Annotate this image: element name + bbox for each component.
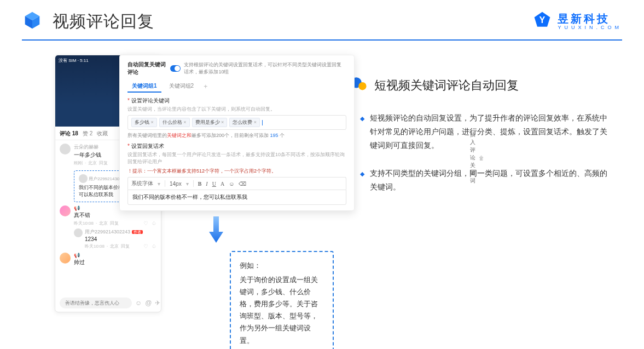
meta-time: 刚刚 <box>74 160 83 166</box>
keyword-tag[interactable]: 多少钱 <box>131 118 157 127</box>
settings-panel: 自动回复关键词评论 支持根据评论的关键词设置回复话术，可以针对不同类型关键词设置… <box>119 55 355 211</box>
editor-toolbar: 系统字体▾ 14px▾ B I U A ☺ ⌫ 插入评论关键词 🗑 <box>127 177 346 190</box>
comment-text: 真不错 <box>74 211 156 219</box>
brand-logo-icon: Y <box>532 10 552 32</box>
font-size-select[interactable]: 14px <box>170 181 182 187</box>
editor-body[interactable]: 我们不同的版本价格不一样，您可以私信联系我 <box>127 190 346 205</box>
emoji-button[interactable]: ☺ <box>229 181 234 187</box>
comment-input[interactable] <box>60 297 132 308</box>
insert-keyword-button[interactable]: 插入评论关键词 <box>470 131 475 185</box>
brand-logo-block: Y 昱新科技 YUUXIN.COM <box>532 10 622 32</box>
avatar <box>79 174 88 183</box>
meta-loc: 北京 <box>88 160 97 166</box>
input-caret <box>262 120 263 125</box>
dislike-icon[interactable]: ♤ <box>152 243 156 249</box>
example-box: 例如： 关于询价的设置成一组关键词，多少钱、什么价格，费用多少等。关于咨询班型、… <box>230 251 334 349</box>
meta-reply[interactable]: 回复 <box>99 160 108 166</box>
keyword-input[interactable]: 多少钱 什么价格 费用是多少 怎么收费 <box>127 115 346 130</box>
auto-reply-switch[interactable] <box>170 65 181 72</box>
avatar <box>74 228 83 237</box>
italic-button[interactable]: I <box>206 181 207 187</box>
font-family-select[interactable]: 系统字体 <box>131 180 153 187</box>
meta-loc: 北京 <box>110 243 119 249</box>
example-title: 例如： <box>240 260 324 272</box>
char-limit-tip: ！提示：一个富文本框最多支持512个字符，一个汉字占用2个字符。 <box>127 168 346 175</box>
keyword-tag[interactable]: 什么价格 <box>159 118 190 127</box>
bold-button[interactable]: B <box>198 181 202 187</box>
section-keywords-title: 设置评论关键词 <box>127 97 346 105</box>
delete-button[interactable]: 🗑 <box>479 155 484 161</box>
comment-row: 📢 帅过 <box>60 253 156 266</box>
underline-button[interactable]: U <box>212 181 216 187</box>
heart-icon[interactable]: ♡ <box>143 220 148 226</box>
tab-fav[interactable]: 收藏 <box>97 130 108 138</box>
emoji-icon[interactable]: ☺ <box>135 299 142 307</box>
section-reply-hint: 设置回复话术，每回复一个用户评论只发送一条话术，最多支持设置10条不同话术，按添… <box>127 151 346 165</box>
keyword-group-tab-2[interactable]: 关键词组2 <box>165 81 199 93</box>
page-title: 视频评论回复 <box>53 10 154 33</box>
keyword-tag[interactable]: 怎么收费 <box>229 118 260 127</box>
heart-icon[interactable]: ♡ <box>143 243 148 249</box>
keyword-group-tab-1[interactable]: 关键词组1 <box>127 81 161 93</box>
dislike-icon[interactable]: ♤ <box>152 220 156 226</box>
svg-point-6 <box>358 82 366 90</box>
keyword-help: 所有关键词组里的关键词之和最多可添加200个，目前剩余可添加 195 个 <box>127 132 346 139</box>
at-icon[interactable]: @ <box>145 299 152 307</box>
section-reply-title: 设置回复话术 <box>127 142 346 150</box>
send-icon[interactable]: ✈ <box>155 299 160 307</box>
header-rule <box>22 39 622 41</box>
comment-user: 📢 <box>74 253 156 258</box>
meta-reply[interactable]: 回复 <box>121 243 130 249</box>
brand-url: YUUXIN.COM <box>558 25 622 30</box>
svg-text:Y: Y <box>539 15 546 25</box>
avatar <box>60 205 71 216</box>
keyword-tag[interactable]: 费用是多少 <box>192 118 228 127</box>
tab-comments[interactable]: 评论 18 <box>60 130 78 138</box>
color-button[interactable]: A <box>221 181 224 187</box>
example-body: 关于询价的设置成一组关键词，多少钱、什么价格，费用多少等。关于咨询班型、版本、型… <box>240 274 324 347</box>
avatar <box>60 144 71 155</box>
reply-user: 用户2299214302243 <box>85 229 130 234</box>
comment-row: 📢 真不错 昨天10:08· 北京 回复 ♡♤ 用户2299214302243作… <box>60 205 156 249</box>
switch-desc: 支持根据评论的关键词设置回复话术，可以针对不同类型关键词设置回复话术，最多添加1… <box>184 61 346 76</box>
brand-name: 昱新科技 <box>558 13 622 24</box>
section-keywords-hint: 设置关键词，当评论里内容包含了以下关键词，则系统可自动回复。 <box>127 106 346 113</box>
meta-time: 昨天10:08 <box>85 243 105 249</box>
meta-loc: 北京 <box>99 220 108 226</box>
bullet-item: 短视频评论的自动回复设置，为了提升作者的评论回复效率，在系统中针对常见的评论用户… <box>360 112 611 153</box>
author-badge: 作者 <box>132 230 143 234</box>
comment-text: 帅过 <box>74 259 156 266</box>
add-group-button[interactable]: + <box>201 83 210 90</box>
meta-time: 昨天10:08 <box>74 220 94 226</box>
arrow-down-icon <box>208 216 224 246</box>
cube-icon <box>22 10 43 33</box>
reply-text: 1234 <box>85 236 156 242</box>
avatar <box>60 253 71 264</box>
meta-reply[interactable]: 回复 <box>110 220 119 226</box>
clear-button[interactable]: ⌫ <box>239 181 246 187</box>
tab-likes[interactable]: 赞 2 <box>83 130 92 138</box>
section-heading: 短视频关键词评论自动回复 <box>374 77 519 94</box>
switch-label: 自动回复关键词评论 <box>127 61 167 76</box>
bullet-item: 支持不同类型的关键词分组，同一类问题，可设置多个相近的、高频的关键词。 <box>360 167 611 194</box>
